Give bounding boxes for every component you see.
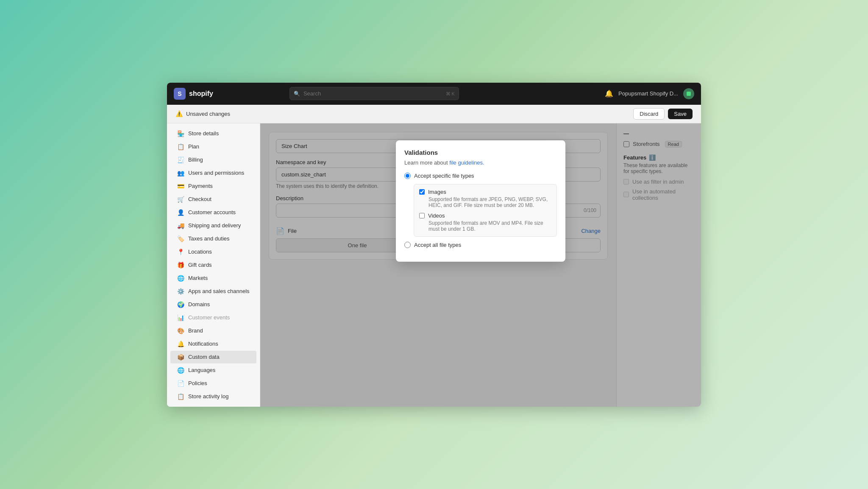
shopify-logo: S shopify: [174, 88, 213, 100]
store-dot: [687, 92, 691, 96]
users-icon: 👥: [177, 170, 184, 176]
modal-subtitle-text: Learn more about: [404, 159, 449, 166]
domains-icon: 🌍: [177, 301, 184, 308]
activity-log-icon: 📋: [177, 393, 184, 400]
radio-all-input[interactable]: [404, 242, 411, 248]
policies-icon: 📄: [177, 380, 184, 387]
customer-accounts-icon: 👤: [177, 209, 184, 216]
sidebar-label-store-activity: Store activity log: [188, 393, 228, 400]
sidebar-label-checkout: Checkout: [188, 196, 211, 202]
shipping-icon: 🚚: [177, 222, 184, 229]
payments-icon: 💳: [177, 183, 184, 190]
billing-icon: 🧾: [177, 156, 184, 163]
sidebar-label-plan: Plan: [188, 143, 199, 150]
sidebar-item-plan[interactable]: 📋 Plan: [170, 140, 256, 153]
content-area: Namespace and key The system uses this t…: [260, 123, 701, 407]
images-checkbox-row: Images: [419, 189, 551, 195]
sidebar-label-policies: Policies: [188, 380, 207, 386]
store-name: Popupsmart Shopify D...: [618, 90, 678, 97]
sidebar-label-payments: Payments: [188, 183, 213, 189]
sidebar-label-taxes: Taxes and duties: [188, 235, 230, 242]
sidebar-item-markets[interactable]: 🌐 Markets: [170, 272, 256, 285]
videos-checkbox[interactable]: [419, 213, 425, 218]
notifications-icon: 🔔: [177, 341, 184, 347]
images-checkbox[interactable]: [419, 189, 425, 195]
main-layout: 🏪 Store details 📋 Plan 🧾 Billing 👥 Users…: [167, 123, 701, 407]
sidebar-item-apps[interactable]: ⚙️ Apps and sales channels: [170, 285, 256, 298]
sidebar-label-notifications: Notifications: [188, 341, 218, 347]
sidebar-label-shipping: Shipping and delivery: [188, 222, 241, 229]
shopify-logo-text: shopify: [189, 90, 213, 98]
sidebar-item-gift-cards[interactable]: 🎁 Gift cards: [170, 259, 256, 271]
markets-icon: 🌐: [177, 275, 184, 282]
unsaved-text: Unsaved changes: [186, 111, 630, 117]
sidebar-item-policies[interactable]: 📄 Policies: [170, 377, 256, 390]
validations-modal: Validations Learn more about file guidel…: [396, 140, 565, 262]
locations-icon: 📍: [177, 249, 184, 255]
sidebar: 🏪 Store details 📋 Plan 🧾 Billing 👥 Users…: [167, 123, 260, 407]
sidebar-item-custom-data[interactable]: 📦 Custom data: [170, 351, 256, 363]
radio-all-files: Accept all file types: [404, 242, 557, 248]
taxes-icon: 🏷️: [177, 235, 184, 242]
unsaved-bar: ⚠️ Unsaved changes Discard Save: [167, 105, 701, 123]
customer-events-icon: 📊: [177, 314, 184, 321]
warning-icon: ⚠️: [175, 110, 183, 117]
modal-title: Validations: [404, 149, 557, 156]
sidebar-item-customer-accounts[interactable]: 👤 Customer accounts: [170, 206, 256, 219]
shopify-logo-icon: S: [174, 88, 186, 100]
images-desc: Supported file formats are JPEG, PNG, WE…: [428, 196, 551, 208]
modal-overlay: Validations Learn more about file guidel…: [260, 123, 701, 407]
store-avatar: [683, 88, 694, 99]
search-icon: 🔍: [294, 91, 300, 97]
sidebar-item-notifications[interactable]: 🔔 Notifications: [170, 338, 256, 350]
save-button[interactable]: Save: [668, 109, 693, 119]
custom-data-icon: 📦: [177, 354, 184, 360]
sidebar-item-shipping[interactable]: 🚚 Shipping and delivery: [170, 219, 256, 232]
sidebar-item-domains[interactable]: 🌍 Domains: [170, 298, 256, 311]
sidebar-item-store-details[interactable]: 🏪 Store details: [170, 127, 256, 140]
bell-icon[interactable]: 🔔: [605, 89, 613, 98]
search-kbd-hint: ⌘ K: [446, 91, 455, 96]
file-type-images: Images Supported file formats are JPEG, …: [419, 189, 551, 208]
search-input[interactable]: [289, 87, 459, 100]
videos-label: Videos: [428, 212, 445, 219]
radio-specific-input[interactable]: [404, 173, 411, 179]
modal-subtitle: Learn more about file guidelines.: [404, 159, 557, 166]
file-types-list: Images Supported file formats are JPEG, …: [414, 184, 557, 237]
radio-specific-files: Accept specific file types: [404, 173, 557, 179]
top-nav: S shopify 🔍 ⌘ K 🔔 Popupsmart Shopify D..…: [167, 83, 701, 105]
store-details-icon: 🏪: [177, 130, 184, 137]
apps-icon: ⚙️: [177, 288, 184, 295]
file-guidelines-link[interactable]: file guidelines.: [449, 159, 484, 166]
sidebar-item-languages[interactable]: 🌐 Languages: [170, 364, 256, 377]
sidebar-item-locations[interactable]: 📍 Locations: [170, 246, 256, 258]
file-type-videos: Videos Supported file formats are MOV an…: [419, 212, 551, 232]
sidebar-label-languages: Languages: [188, 367, 215, 373]
sidebar-label-store-details: Store details: [188, 130, 219, 137]
discard-button[interactable]: Discard: [633, 108, 665, 120]
plan-icon: 📋: [177, 143, 184, 150]
images-label: Images: [428, 189, 446, 195]
radio-specific-label: Accept specific file types: [414, 173, 474, 179]
languages-icon: 🌐: [177, 367, 184, 374]
gift-cards-icon: 🎁: [177, 262, 184, 268]
checkout-icon: 🛒: [177, 196, 184, 203]
sidebar-label-custom-data: Custom data: [188, 354, 220, 360]
sidebar-item-payments[interactable]: 💳 Payments: [170, 180, 256, 193]
sidebar-label-brand: Brand: [188, 327, 203, 334]
nav-right: 🔔 Popupsmart Shopify D...: [605, 88, 694, 99]
sidebar-label-domains: Domains: [188, 301, 210, 307]
sidebar-item-billing[interactable]: 🧾 Billing: [170, 154, 256, 166]
videos-checkbox-row: Videos: [419, 212, 551, 219]
sidebar-label-markets: Markets: [188, 275, 208, 281]
sidebar-item-brand[interactable]: 🎨 Brand: [170, 324, 256, 337]
sidebar-item-checkout[interactable]: 🛒 Checkout: [170, 193, 256, 206]
sidebar-label-users: Users and permissions: [188, 170, 244, 176]
brand-icon: 🎨: [177, 327, 184, 334]
sidebar-item-taxes[interactable]: 🏷️ Taxes and duties: [170, 232, 256, 245]
sidebar-item-customer-events[interactable]: 📊 Customer events: [170, 311, 256, 324]
sidebar-item-users-permissions[interactable]: 👥 Users and permissions: [170, 167, 256, 179]
sidebar-item-store-activity-log[interactable]: 📋 Store activity log: [170, 390, 256, 403]
sidebar-label-customer-events: Customer events: [188, 314, 230, 321]
browser-window: S shopify 🔍 ⌘ K 🔔 Popupsmart Shopify D..…: [167, 83, 701, 407]
